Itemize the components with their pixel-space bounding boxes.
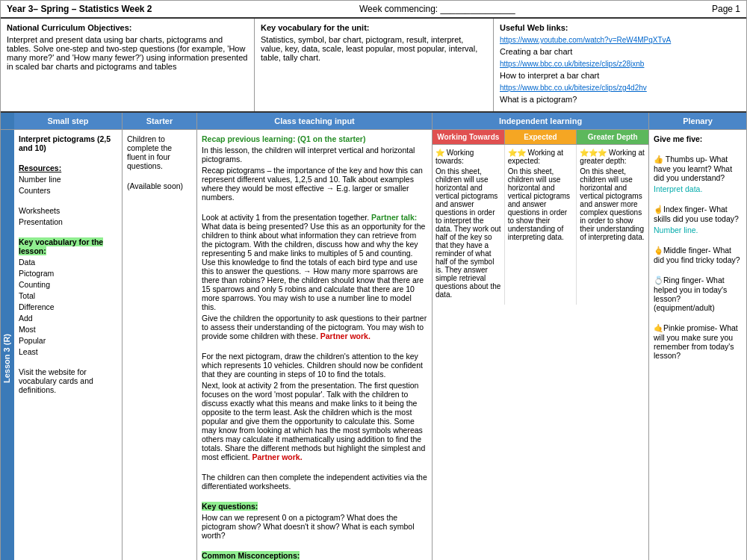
key-questions-label-text: Key questions: [202,502,258,511]
working-towards-header: Working Towards [433,130,505,144]
link1[interactable]: https://www.youtube.com/watch?v=ReW4MPqX… [500,36,671,44]
partner-work-2: Partner work. [252,452,303,461]
partner-talk-1: Partner talk: [371,213,417,222]
link2-desc: Creating a bar chart [500,47,572,56]
exp-text: On this sheet, children will use horizon… [508,167,574,241]
recap-label-text: Recap previous learning: (Q1 on the star… [202,134,365,143]
independent-cell: Working Towards Expected Greater Depth ⭐… [433,130,649,560]
plenary-header: Plenary [649,113,746,129]
working-towards-label: Working Towards [435,133,502,141]
wt-stars: ⭐ Working towards: [436,149,501,165]
exp-stars: ⭐⭐ Working at expected: [508,149,574,165]
vocab-title: Key vocabulary for the unit: [261,23,487,32]
lesson-col-header [1,113,14,129]
give-children-text: Give the children the opportunity to ask… [202,314,427,340]
content-row: Lesson 3 (R) Interpret pictograms (2,5 a… [1,129,746,560]
teaching-para3: Look at activity 1 from the presentation… [202,213,427,311]
ind-sub-headers: Working Towards Expected Greater Depth [433,130,648,145]
header-row: Year 3– Spring – Statistics Week 2 Week … [1,1,746,19]
key-questions-text: How can we represent 0 on a pictogram? W… [202,513,427,540]
plenary-ring: 💍Ring finger- What helped you in today's… [654,276,742,312]
expected-label: Expected [507,133,574,141]
vocab-popular: Popular [19,336,117,345]
vocab-counting: Counting [19,280,117,289]
link2[interactable]: https://www.bbc.co.uk/bitesize/clips/z28… [500,60,644,68]
small-step-title: Interpret pictograms (2,5 and 10) [19,134,117,152]
vocab-least: Least [19,347,117,356]
expected-header: Expected [505,130,577,144]
vocab-cell: Key vocabulary for the unit: Statistics,… [255,19,494,111]
teaching-para5: Next, look at activity 2 from the presen… [202,381,427,461]
objectives-text: Interpret and present data using bar cha… [7,35,248,71]
header-title: Year 3– Spring – Statistics Week 2 [7,4,359,14]
links-cell: Useful Web links: https://www.youtube.co… [494,19,746,111]
vocab-difference: Difference [19,302,117,311]
independent-header: Independent learning [433,113,649,129]
header-page: Page 1 [712,4,740,14]
wt-text: On this sheet, children will use horizon… [436,167,501,299]
small-step-cell: Interpret pictograms (2,5 and 10) Resour… [14,130,123,560]
starter-available: (Available soon) [127,181,192,190]
vocab-most: Most [19,325,117,334]
week-label: Week commencing: [359,4,438,14]
working-towards-col: ⭐ Working towards: On this sheet, childr… [433,145,505,305]
teaching-para4: For the next pictogram, draw the childre… [202,352,427,379]
resource-number-line: Number line [19,175,117,184]
plenary-number-line: Number line. [654,225,698,234]
link3[interactable]: https://www.bbc.co.uk/bitesize/clips/zg4… [500,84,647,92]
greater-depth-label: Greater Depth [579,133,646,141]
teaching-para6: The children can then complete the indep… [202,473,427,491]
starter-header: Starter [123,113,197,129]
lesson-label: Lesson 3 (R) [1,130,14,560]
plenary-title: Give me five: [654,134,742,143]
objectives-title: National Curriculum Objectives: [7,23,248,32]
vocab-pictogram: Pictogram [19,269,117,278]
greater-depth-header: Greater Depth [577,130,648,144]
misconceptions-label-text: Common Misconceptions: [202,551,300,560]
vocab-total: Total [19,291,117,300]
plenary-cell: Give me five: 👍 Thumbs up- What have you… [649,130,746,560]
teaching-para1: In this lesson, the children will interp… [202,146,427,164]
plenary-index: ☝Index finger- What skills did you use t… [654,205,742,223]
resource-presentation: Presentation [19,217,117,226]
plenary-middle: 🖕Middle finger- What did you find tricky… [654,246,742,264]
column-headers: Small step Starter Class teaching input … [1,113,746,129]
ind-content: ⭐ Working towards: On this sheet, childr… [433,145,648,305]
links-title: Useful Web links: [500,23,740,32]
key-questions-label: Key questions: [202,502,427,511]
teaching-header: Class teaching input [197,113,433,129]
gd-stars: ⭐⭐⭐ Working at greater depth: [580,149,645,165]
teaching-para2: Recap pictograms – the importance of the… [202,166,427,202]
week-line: _______________ [440,4,515,14]
gd-text: On this sheet, children will use horizon… [580,167,645,241]
recap-label: Recap previous learning: (Q1 on the star… [202,134,427,143]
plenary-interpret: Interpret data. [654,184,702,193]
objectives-cell: National Curriculum Objectives: Interpre… [1,19,255,111]
vocab-text: Statistics, symbol, bar chart, pictogram… [261,35,487,62]
kv-label: Key vocabulary for the lesson: [19,237,117,255]
teaching-cell: Recap previous learning: (Q1 on the star… [197,130,433,560]
small-step-header: Small step [14,113,123,129]
vocab-add: Add [19,314,117,323]
starter-cell: Children to complete the fluent in four … [123,130,197,560]
vocab-data: Data [19,258,117,267]
plenary-thumbs: 👍 Thumbs up- What have you learnt? What … [654,155,742,182]
link3-desc: How to interpret a bar chart [500,71,599,80]
expected-col: ⭐⭐ Working at expected: On this sheet, c… [505,145,577,305]
resource-counters: Counters [19,186,117,195]
visit-text: Visit the website for vocabulary cards a… [19,367,117,394]
plenary-pinkie: 🤙Pinkie promise- What will you make sure… [654,323,742,360]
partner-work-1: Partner work. [320,332,371,340]
resources-label: Resources: [19,164,117,172]
misconceptions-label: Common Misconceptions: [202,551,427,560]
starter-text: Children to complete the fluent in four … [127,134,192,170]
header-week: Week commencing: _______________ [359,4,712,14]
resource-worksheets: Worksheets [19,206,117,215]
page: Year 3– Spring – Statistics Week 2 Week … [0,0,747,560]
info-row: National Curriculum Objectives: Interpre… [1,19,746,113]
greater-depth-col: ⭐⭐⭐ Working at greater depth: On this sh… [577,145,648,305]
link4-desc: What is a pictogram? [500,95,740,104]
